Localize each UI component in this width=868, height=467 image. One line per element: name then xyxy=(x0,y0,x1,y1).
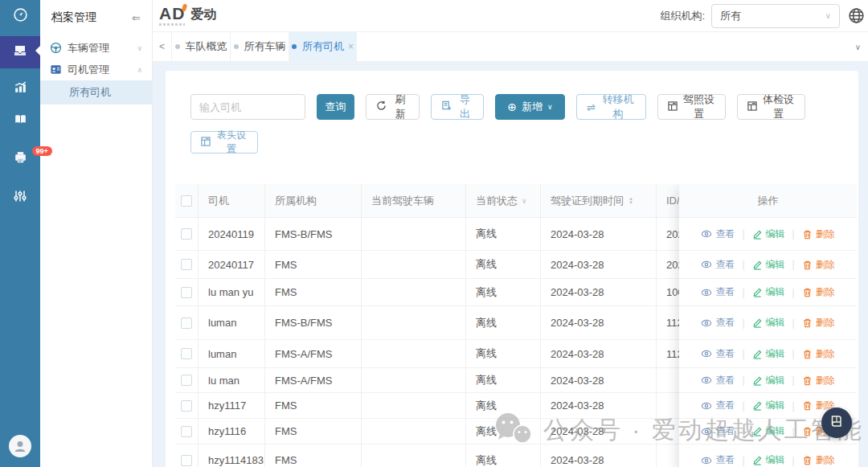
cell-org: FMS xyxy=(265,251,362,279)
row-checkbox[interactable] xyxy=(181,375,192,386)
view-link[interactable]: 查看 xyxy=(701,453,735,467)
row-actions: 查看 | 编辑 | 删除 xyxy=(679,444,857,467)
row-actions: 查看 | 编辑 | 删除 xyxy=(679,251,857,279)
edit-link[interactable]: 编辑 xyxy=(752,258,785,272)
row-checkbox[interactable] xyxy=(181,400,192,412)
edit-link[interactable]: 编辑 xyxy=(752,399,785,412)
table-grid-icon xyxy=(201,137,211,149)
view-link[interactable]: 查看 xyxy=(701,374,735,387)
view-link[interactable]: 查看 xyxy=(701,399,735,412)
language-globe-icon[interactable] xyxy=(848,7,865,24)
edit-link[interactable]: 编辑 xyxy=(752,227,785,241)
eye-icon xyxy=(701,259,712,270)
header-settings-button[interactable]: 表头设置 xyxy=(190,131,258,154)
edit-link[interactable]: 编辑 xyxy=(752,347,785,361)
tab-fleet-overview[interactable]: 车队概览 xyxy=(172,32,231,61)
row-checkbox[interactable] xyxy=(181,228,192,240)
edit-link[interactable]: 编辑 xyxy=(752,453,785,467)
delete-link-label: 删除 xyxy=(816,374,835,387)
row-checkbox[interactable] xyxy=(181,348,192,359)
rail-item-dashboard[interactable] xyxy=(0,0,40,32)
trash-icon xyxy=(802,455,813,465)
row-checkbox[interactable] xyxy=(181,287,192,298)
table-row: luman FMS-B/FMS 离线 2024-03-28 1122 xyxy=(175,306,719,340)
tab-all-vehicles[interactable]: 所有车辆 xyxy=(231,32,289,61)
query-button[interactable]: 查询 xyxy=(317,94,354,120)
col-status[interactable]: 当前状态 ∨ xyxy=(466,184,541,218)
view-link[interactable]: 查看 xyxy=(701,316,735,330)
tabs-scroll-left[interactable]: < xyxy=(153,32,172,61)
edit-link-label: 编辑 xyxy=(766,424,785,438)
row-checkbox[interactable] xyxy=(181,259,192,270)
rail-item-messages[interactable]: 99+ xyxy=(0,142,40,174)
add-new-button[interactable]: ⊕ 新增 ∨ xyxy=(495,94,565,120)
open-book-icon xyxy=(13,112,28,130)
sidebar-group-vehicle[interactable]: 车辆管理 ∨ xyxy=(40,37,152,59)
license-settings-button[interactable]: 驾照设置 xyxy=(657,94,726,120)
delete-link[interactable]: 删除 xyxy=(802,285,835,299)
cell-expiry: 2024-03-28 xyxy=(541,251,657,279)
tab-dot xyxy=(292,44,297,49)
org-select-value: 所有 xyxy=(720,9,741,23)
transfer-org-button[interactable]: ⇌ 转移机构 xyxy=(576,94,646,120)
org-select[interactable]: 所有 ∨ xyxy=(711,4,840,28)
cell-vehicle xyxy=(362,444,466,467)
edit-link[interactable]: 编辑 xyxy=(752,285,785,299)
cell-driver: luman xyxy=(199,306,265,340)
table-row: hzy11141831 FMS 离线 2024-03-28 xyxy=(175,444,719,467)
delete-link[interactable]: 删除 xyxy=(802,227,835,241)
action-divider: | xyxy=(742,426,744,437)
sidebar-item-all-drivers[interactable]: 所有司机 xyxy=(40,80,152,104)
sidebar-group-driver[interactable]: 司机管理 ∧ xyxy=(40,59,152,80)
cell-org: FMS-A/FMS xyxy=(265,368,362,393)
delete-link[interactable]: 删除 xyxy=(802,316,835,330)
row-checkbox[interactable] xyxy=(181,426,192,437)
row-checkbox[interactable] xyxy=(181,455,192,466)
physical-settings-button[interactable]: 体检设置 xyxy=(737,94,805,120)
rail-item-settings[interactable] xyxy=(0,182,40,214)
tab-close-icon[interactable]: × xyxy=(348,41,354,52)
cell-vehicle xyxy=(362,393,466,419)
cell-driver: 20240119 xyxy=(199,218,265,251)
user-avatar[interactable] xyxy=(9,435,31,457)
view-link-label: 查看 xyxy=(715,374,735,387)
rail-item-archive[interactable] xyxy=(0,36,40,68)
search-input[interactable] xyxy=(190,94,305,120)
delete-link[interactable]: 删除 xyxy=(802,258,835,272)
rail-item-book[interactable] xyxy=(0,104,40,137)
sidebar-collapse-icon[interactable]: ⇐ xyxy=(132,12,141,24)
cell-status: 离线 xyxy=(466,306,541,340)
pencil-icon xyxy=(752,317,763,328)
view-link[interactable]: 查看 xyxy=(701,347,735,361)
view-link[interactable]: 查看 xyxy=(701,258,735,272)
edit-link[interactable]: 编辑 xyxy=(752,374,785,387)
rail-item-analytics[interactable] xyxy=(0,72,40,104)
view-link[interactable]: 查看 xyxy=(701,285,735,299)
tab-all-drivers[interactable]: 所有司机 × xyxy=(289,32,357,61)
edit-link[interactable]: 编辑 xyxy=(752,316,785,330)
refresh-button[interactable]: 刷新 xyxy=(366,94,420,120)
action-divider: | xyxy=(742,259,744,270)
delete-link[interactable]: 删除 xyxy=(802,374,835,387)
delete-link[interactable]: 删除 xyxy=(802,453,835,467)
cell-status: 离线 xyxy=(466,393,541,419)
view-link-label: 查看 xyxy=(715,453,735,467)
col-expiry[interactable]: 驾驶证到期时间 ▲▼ xyxy=(541,184,657,218)
sliders-icon xyxy=(13,189,27,207)
view-link[interactable]: 查看 xyxy=(701,424,735,438)
row-checkbox[interactable] xyxy=(181,317,192,329)
export-button[interactable]: 导出 xyxy=(431,94,484,120)
edit-link[interactable]: 编辑 xyxy=(752,424,785,438)
cell-org: FMS-B/FMS xyxy=(265,218,362,251)
eye-icon xyxy=(701,400,712,412)
cell-driver: hzy1116 xyxy=(199,419,265,444)
help-manual-button[interactable] xyxy=(821,408,852,438)
cell-status: 离线 xyxy=(466,218,541,251)
select-all-checkbox[interactable] xyxy=(181,195,192,207)
tabs-more-icon[interactable]: ∨ xyxy=(855,32,861,62)
view-link[interactable]: 查看 xyxy=(701,227,735,241)
printer-icon: 99+ xyxy=(13,150,28,168)
pencil-icon xyxy=(752,400,763,411)
trash-icon xyxy=(802,375,813,386)
delete-link[interactable]: 删除 xyxy=(802,347,835,361)
